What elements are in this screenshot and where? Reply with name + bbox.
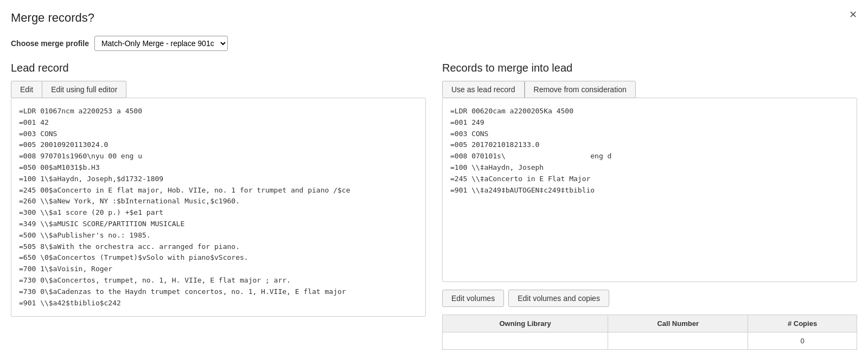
close-button[interactable]: ✕: [849, 9, 857, 21]
lead-record-title: Lead record: [11, 62, 426, 74]
call-number-cell: [608, 332, 748, 350]
merge-profile-label: Choose merge profile: [11, 39, 89, 48]
table-row: 0: [443, 332, 857, 350]
merge-record-content: =LDR 00620cam a2200205Ka 4500 =001 249 =…: [442, 98, 857, 282]
merge-into-lead-section: Records to merge into lead Use as lead r…: [442, 62, 857, 350]
edit-volumes-button[interactable]: Edit volumes: [442, 290, 504, 307]
lead-record-content: =LDR 01067ncm a2200253 a 4500 =001 42 =0…: [11, 98, 426, 317]
edit-volumes-copies-button[interactable]: Edit volumes and copies: [508, 290, 609, 307]
merge-into-lead-title: Records to merge into lead: [442, 62, 857, 74]
lead-record-section: Lead record Edit Edit using full editor …: [11, 62, 426, 350]
call-number-header: Call Number: [608, 315, 748, 332]
use-as-lead-record-button[interactable]: Use as lead record: [442, 81, 525, 98]
page-title: Merge records?: [11, 11, 857, 25]
copies-header: # Copies: [748, 315, 857, 332]
edit-button[interactable]: Edit: [11, 81, 42, 98]
copies-table: Owning Library Call Number # Copies 0: [442, 315, 857, 350]
copies-cell: 0: [748, 332, 857, 350]
owning-library-cell: [443, 332, 608, 350]
merge-profile-select[interactable]: Match-Only Merge - replace 901c Default …: [94, 36, 228, 51]
owning-library-header: Owning Library: [443, 315, 608, 332]
remove-from-consideration-button[interactable]: Remove from consideration: [525, 81, 636, 98]
edit-full-editor-button[interactable]: Edit using full editor: [42, 81, 126, 98]
